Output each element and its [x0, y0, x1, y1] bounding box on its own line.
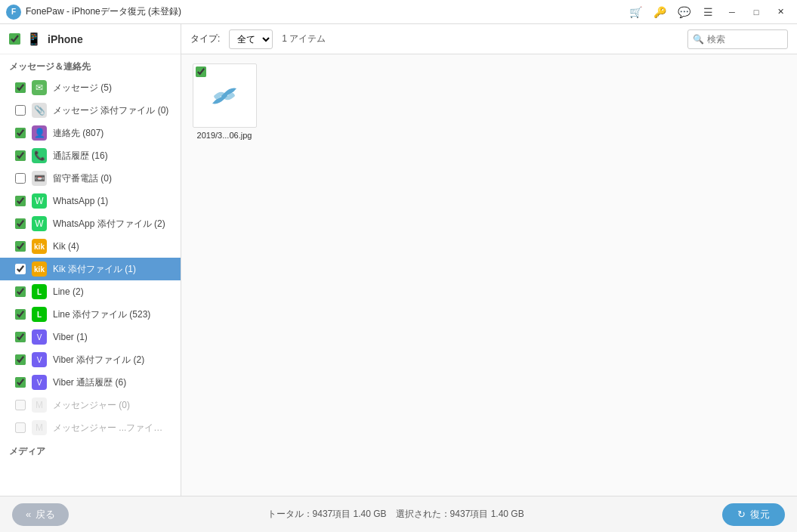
restore-button[interactable]: ↻ 復元 — [722, 503, 785, 526]
viber-icon: V — [32, 329, 47, 345]
sidebar-item-contacts[interactable]: 👤 連絡先 (807) — [0, 122, 181, 144]
call-history-checkbox[interactable] — [15, 150, 26, 161]
sidebar-item-viber[interactable]: V Viber (1) — [0, 326, 181, 348]
viber-attach-label: Viber 添付ファイル (2) — [53, 354, 144, 367]
type-label: タイプ: — [190, 32, 220, 45]
voicemail-checkbox[interactable] — [15, 173, 26, 184]
section-messages-contacts: メッセージ＆連絡先 — [0, 54, 181, 76]
sidebar: 📱 iPhone メッセージ＆連絡先 ✉ メッセージ (5) 📎 メッセージ 添… — [0, 24, 181, 496]
app-logo: F — [6, 5, 21, 20]
title-bar-controls: 🛒 🔑 💬 ☰ ─ □ ✕ — [625, 2, 791, 23]
viber-call-icon: V — [32, 375, 47, 390]
restore-icon: ↻ — [737, 509, 746, 520]
kik-icon: kik — [32, 239, 47, 254]
messenger-checkbox[interactable] — [15, 400, 26, 410]
back-label: 戻る — [36, 508, 55, 521]
content-grid: 2019/3...06.jpg — [181, 54, 797, 496]
list-icon[interactable]: ☰ — [697, 2, 718, 23]
key-icon[interactable]: 🔑 — [649, 2, 670, 23]
kik-attach-label: Kik 添付ファイル (1) — [53, 263, 136, 276]
sidebar-item-viber-attach[interactable]: V Viber 添付ファイル (2) — [0, 348, 181, 371]
viber-attach-checkbox[interactable] — [15, 354, 26, 365]
minimize-button[interactable]: ─ — [721, 2, 743, 23]
contact-icon: 👤 — [32, 125, 47, 141]
viber-call-label: Viber 通話履歴 (6) — [53, 376, 126, 389]
device-checkbox[interactable] — [9, 33, 20, 45]
kik-attach-icon: kik — [32, 261, 47, 277]
type-select[interactable]: 全て 画像 動画 音声 — [229, 29, 273, 49]
search-box: 🔍 — [687, 29, 788, 49]
section-media: メディア — [0, 439, 181, 461]
viber-checkbox[interactable] — [15, 332, 26, 342]
sidebar-item-whatsapp[interactable]: W WhatsApp (1) — [0, 190, 181, 212]
grid-item-checkbox[interactable] — [196, 66, 206, 77]
line-attach-label: Line 添付ファイル (523) — [53, 308, 150, 321]
chat-icon[interactable]: 💬 — [673, 2, 694, 23]
content-area: タイプ: 全て 画像 動画 音声 1 アイテム 🔍 — [181, 24, 797, 496]
back-button[interactable]: « 戻る — [12, 503, 69, 526]
device-icon: 📱 — [26, 32, 42, 46]
sidebar-item-line-attach[interactable]: L Line 添付ファイル (523) — [0, 303, 181, 326]
message-attach-icon: 📎 — [32, 103, 47, 118]
sidebar-item-whatsapp-attach[interactable]: W WhatsApp 添付ファイル (2) — [0, 212, 181, 235]
sidebar-item-kik[interactable]: kik Kik (4) — [0, 235, 181, 258]
messenger-attach-icon: M — [32, 420, 47, 435]
sidebar-item-message-attach[interactable]: 📎 メッセージ 添付ファイル (0) — [0, 99, 181, 122]
line-label: Line (2) — [53, 286, 84, 297]
sidebar-item-line[interactable]: L Line (2) — [0, 280, 181, 303]
line-icon: L — [32, 284, 47, 299]
voicemail-icon: 📼 — [32, 171, 47, 186]
close-button[interactable]: ✕ — [770, 2, 791, 23]
call-history-label: 通話履歴 (16) — [53, 150, 108, 162]
messenger-label: メッセンジャー (0) — [53, 399, 130, 412]
viber-call-checkbox[interactable] — [15, 377, 26, 388]
whatsapp-attach-icon: W — [32, 216, 47, 231]
whatsapp-attach-checkbox[interactable] — [15, 218, 26, 229]
status-text: トータル：9437項目 1.40 GB 選択された：9437項目 1.40 GB — [267, 508, 524, 521]
search-icon: 🔍 — [693, 34, 704, 45]
pinwheel-svg — [202, 73, 247, 119]
bottom-bar: « 戻る トータル：9437項目 1.40 GB 選択された：9437項目 1.… — [0, 496, 797, 532]
sidebar-item-call-history[interactable]: 📞 通話履歴 (16) — [0, 144, 181, 167]
title-bar-left: F FonePaw - iPhoneデータ復元 (未登録) — [6, 5, 181, 20]
contacts-checkbox[interactable] — [15, 128, 26, 138]
kik-label: Kik (4) — [53, 241, 79, 252]
message-attach-label: メッセージ 添付ファイル (0) — [53, 104, 168, 117]
sidebar-item-messenger-attach[interactable]: M メッセンジャー ...ファイル (0) — [0, 416, 181, 439]
whatsapp-checkbox[interactable] — [15, 196, 26, 206]
messenger-attach-label: メッセンジャー ...ファイル (0) — [53, 422, 171, 435]
messenger-icon: M — [32, 397, 47, 413]
message-attach-checkbox[interactable] — [15, 105, 26, 116]
restore-label: 復元 — [750, 508, 770, 521]
grid-thumbnail — [193, 63, 257, 128]
whatsapp-attach-label: WhatsApp 添付ファイル (2) — [53, 218, 165, 230]
call-icon: 📞 — [32, 148, 47, 163]
line-attach-checkbox[interactable] — [15, 309, 26, 320]
line-checkbox[interactable] — [15, 286, 26, 297]
content-toolbar: タイプ: 全て 画像 動画 音声 1 アイテム 🔍 — [181, 24, 797, 54]
kik-checkbox[interactable] — [15, 241, 26, 252]
sidebar-item-messages[interactable]: ✉ メッセージ (5) — [0, 76, 181, 99]
main-container: 📱 iPhone メッセージ＆連絡先 ✉ メッセージ (5) 📎 メッセージ 添… — [0, 24, 797, 496]
device-header: 📱 iPhone — [0, 24, 181, 54]
line-attach-icon: L — [32, 307, 47, 322]
viber-attach-icon: V — [32, 352, 47, 367]
maximize-button[interactable]: □ — [746, 2, 767, 23]
messages-checkbox[interactable] — [15, 82, 26, 93]
window-title: FonePaw - iPhoneデータ復元 (未登録) — [26, 5, 181, 18]
sidebar-item-kik-attach[interactable]: kik Kik 添付ファイル (1) — [0, 258, 181, 280]
item-count: 1 アイテム — [282, 32, 326, 45]
title-bar: F FonePaw - iPhoneデータ復元 (未登録) 🛒 🔑 💬 ☰ ─ … — [0, 0, 797, 24]
sidebar-item-voicemail[interactable]: 📼 留守番電話 (0) — [0, 167, 181, 190]
device-name: iPhone — [48, 33, 83, 45]
kik-attach-checkbox[interactable] — [15, 264, 26, 274]
messenger-attach-checkbox[interactable] — [15, 422, 26, 433]
cart-icon[interactable]: 🛒 — [625, 2, 646, 23]
messages-label: メッセージ (5) — [53, 82, 112, 94]
grid-item[interactable]: 2019/3...06.jpg — [190, 63, 258, 140]
sidebar-item-messenger[interactable]: M メッセンジャー (0) — [0, 394, 181, 416]
voicemail-label: 留守番電話 (0) — [53, 172, 112, 185]
search-input[interactable] — [707, 34, 783, 45]
sidebar-item-viber-call[interactable]: V Viber 通話履歴 (6) — [0, 371, 181, 394]
contacts-label: 連絡先 (807) — [53, 127, 103, 140]
